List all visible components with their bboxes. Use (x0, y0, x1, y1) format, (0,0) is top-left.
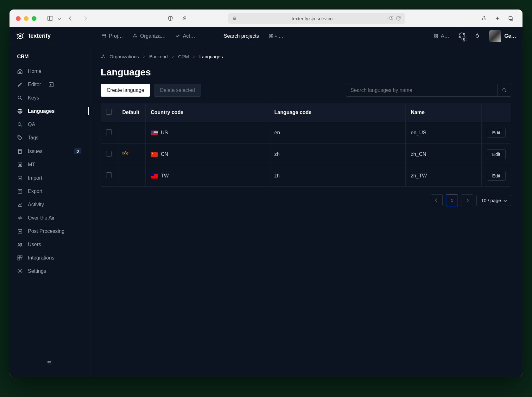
sidebar-item-languages[interactable]: Languages (10, 105, 89, 118)
import-icon (17, 175, 23, 181)
create-language-button[interactable]: Create language (101, 84, 150, 97)
nav-label: Proj… (109, 33, 123, 39)
sidebar-item-mt[interactable]: MT (10, 158, 89, 171)
user-menu[interactable]: Ge… (489, 30, 516, 42)
maximize-window-button[interactable] (32, 16, 36, 21)
settings-icon (17, 268, 23, 274)
sidebar-item-label: Activity (28, 202, 44, 208)
app-body: CRM Home Editor ▸ Keys Languages (10, 45, 522, 377)
browser-window: S texterify.sjmsdev.cn A texterify Proj… (10, 10, 522, 377)
sidebar-item-qa[interactable]: QA (10, 118, 89, 131)
traffic-lights (16, 16, 36, 21)
sidebar-item-postprocess[interactable]: Post Processing (10, 225, 89, 238)
search-icon (502, 88, 507, 93)
sidebar-collapse-button[interactable] (10, 355, 89, 371)
edit-button[interactable]: Edit (487, 149, 506, 159)
svg-rect-3 (509, 16, 512, 20)
nav-projects[interactable]: Proj… (101, 33, 123, 39)
breadcrumb-link[interactable]: Organizations (110, 54, 139, 59)
select-all-checkbox[interactable] (106, 109, 112, 115)
flag-us-icon (151, 131, 158, 135)
users-icon (17, 242, 23, 247)
export-icon (17, 189, 23, 194)
reload-icon[interactable] (396, 16, 401, 21)
breadcrumb-link[interactable]: Backend (149, 54, 168, 59)
nav-activity[interactable]: Act… (175, 33, 195, 39)
sidebar-toggle-button[interactable] (45, 14, 55, 23)
address-bar[interactable]: texterify.sjmsdev.cn A (228, 13, 405, 24)
col-name: Name (406, 103, 482, 122)
col-language-code: Language code (269, 103, 406, 122)
translate-icon: A (388, 16, 393, 21)
sidebar-item-export[interactable]: Export (10, 185, 89, 198)
nav-label: Organiza… (140, 33, 166, 39)
edit-button[interactable]: Edit (487, 171, 506, 181)
sidebar-item-label: Editor (28, 82, 41, 87)
new-tab-button[interactable] (492, 14, 503, 23)
flame-icon[interactable] (474, 33, 480, 39)
sidebar-item-home[interactable]: Home (10, 65, 89, 78)
actions-row: Create language Delete selected (101, 84, 511, 97)
brand[interactable]: texterify (16, 32, 51, 41)
delete-selected-button[interactable]: Delete selected (154, 84, 201, 97)
svg-rect-17 (434, 36, 435, 38)
nav-tool[interactable]: A… (433, 33, 449, 39)
prev-page-button[interactable] (431, 194, 443, 206)
sidebar-item-ota[interactable]: Over the Air (10, 211, 89, 225)
table-row: CN zh zh_CN Edit (101, 144, 511, 165)
shield-icon[interactable] (165, 14, 176, 23)
edit-button[interactable]: Edit (487, 128, 506, 138)
row-checkbox[interactable] (106, 129, 112, 135)
nav-organizations[interactable]: Organiza… (132, 33, 166, 39)
tabs-button[interactable] (505, 14, 516, 23)
extension-icon[interactable]: S (179, 14, 190, 23)
svg-point-5 (19, 35, 21, 37)
sync-button[interactable]: 0 (458, 32, 465, 40)
row-checkbox[interactable] (106, 172, 112, 178)
search-input[interactable] (346, 84, 498, 97)
nav-label: Act… (183, 33, 195, 39)
sidebar-item-activity[interactable]: Activity (10, 198, 89, 211)
sidebar-item-import[interactable]: Import (10, 171, 89, 185)
cell-language-code: zh (269, 144, 406, 165)
nav-shortcut: ⌘ + … (269, 33, 283, 39)
sidebar-item-editor[interactable]: Editor ▸ (10, 78, 89, 91)
url-text: texterify.sjmsdev.cn (239, 16, 385, 21)
svg-rect-27 (19, 149, 22, 154)
nav-label: A… (441, 33, 449, 39)
close-window-button[interactable] (16, 16, 21, 21)
sidebar-item-tags[interactable]: Tags (10, 131, 89, 144)
sidebar-item-users[interactable]: Users (10, 238, 89, 251)
tool-icon (433, 34, 438, 39)
sidebar-item-settings[interactable]: Settings (10, 265, 89, 278)
user-name: Ge… (504, 33, 516, 39)
breadcrumb-link[interactable]: CRM (178, 54, 189, 59)
row-checkbox[interactable] (106, 151, 112, 157)
pagination: 1 10 / page (101, 194, 511, 206)
edit-icon (17, 82, 23, 87)
svg-rect-15 (434, 34, 435, 35)
sidebar-item-keys[interactable]: Keys (10, 91, 89, 105)
sidebar-item-integrations[interactable]: Integrations (10, 251, 89, 265)
browser-titlebar: S texterify.sjmsdev.cn A (10, 10, 522, 27)
swap-icon (17, 215, 23, 221)
search-button[interactable] (498, 84, 511, 97)
page-1-button[interactable]: 1 (446, 194, 458, 206)
table-row: TW zh zh_TW Edit (101, 165, 511, 187)
svg-rect-18 (436, 36, 437, 38)
back-button[interactable] (66, 14, 76, 23)
sidebar-item-label: Issues (28, 149, 42, 154)
forward-button[interactable] (79, 14, 90, 23)
nav-search[interactable]: Search projects (224, 33, 259, 39)
avatar (489, 30, 501, 42)
app-header: texterify Proj… Organiza… Act… Search pr… (10, 27, 522, 45)
per-page-select[interactable]: 10 / page (476, 195, 511, 206)
sidebar-item-issues[interactable]: Issues 0 (10, 144, 89, 158)
next-page-button[interactable] (461, 194, 473, 206)
titlebar-dropdown[interactable] (56, 14, 62, 23)
share-button[interactable] (479, 14, 490, 23)
minimize-window-button[interactable] (24, 16, 28, 21)
breadcrumb-current: Languages (199, 54, 223, 59)
svg-point-30 (19, 164, 20, 165)
process-icon (17, 228, 23, 234)
